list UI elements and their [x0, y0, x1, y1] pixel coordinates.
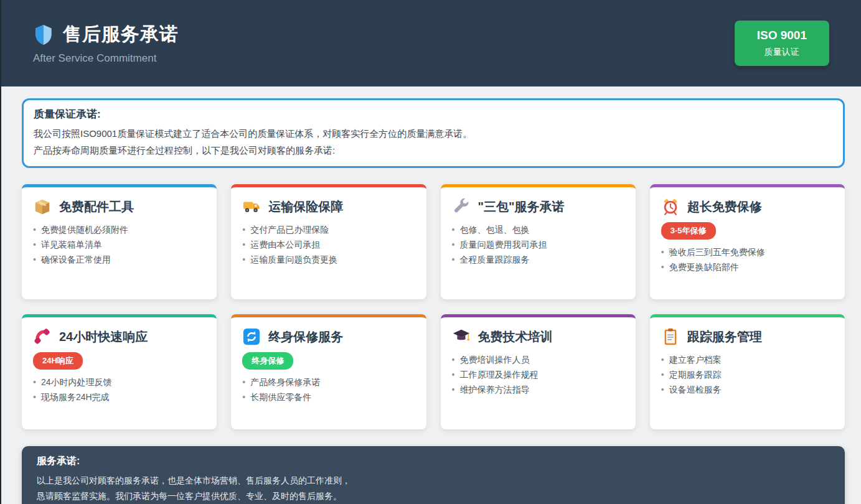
list-item: 工作原理及操作规程	[452, 367, 624, 382]
card-free-training: 免费技术培训 免费培训操作人员 工作原理及操作规程 维护保养方法指导	[441, 314, 636, 429]
card-title: 24小时快速响应	[59, 329, 148, 345]
footer-line1: 以上是我公司对顾客的服务承诺，也是全体市场营销、售后服务人员的工作准则，	[37, 473, 830, 488]
list-item: 验收后三到五年免费保修	[661, 245, 834, 259]
list-item: 维护保养方法指导	[452, 382, 624, 397]
list-item: 现场服务24H完成	[33, 390, 205, 404]
footer-title: 服务承诺:	[37, 455, 830, 468]
card-list: 免费提供随机必须附件 详见装箱单清单 确保设备正常使用	[33, 222, 205, 267]
page-header: 售后服务承诺 After Service Commitment ISO 9001…	[0, 0, 861, 86]
footer-line2: 恳请顾客监督实施。我们承诺为每一位客户提供优质、专业、及时的售后服务。	[37, 488, 830, 504]
list-item: 定期服务跟踪	[661, 367, 834, 382]
card-lifetime-warranty: 终身保修服务 终身保修 产品终身保修承诺 长期供应零备件	[231, 314, 426, 429]
warranty-badge: 3-5年保修	[661, 222, 716, 240]
card-24h-response: 24小时快速响应 24H响应 24小时内处理反馈 现场服务24H完成	[22, 314, 217, 429]
card-three-guarantees: "三包"服务承诺 包修、包退、包换 质量问题费用我司承担 全程质量跟踪服务	[441, 184, 636, 299]
list-item: 质量问题费用我司承担	[452, 237, 624, 252]
card-list: 包修、包退、包换 质量问题费用我司承担 全程质量跟踪服务	[452, 222, 624, 267]
phone-icon	[33, 327, 52, 346]
wrench-icon	[452, 197, 471, 216]
card-title: 终身保修服务	[268, 329, 343, 345]
refresh-icon	[242, 327, 261, 346]
iso-badge-line1: ISO 9001	[757, 29, 807, 42]
iso-9001-badge: ISO 9001 质量认证	[735, 21, 829, 66]
response-badge: 24H响应	[33, 352, 83, 370]
list-item: 免费提供随机必须附件	[33, 222, 205, 237]
quality-guarantee-line2: 产品按寿命周期质量环进行全过程控制，以下是我公司对顾客的服务承诺:	[34, 142, 833, 159]
card-title: 运输保险保障	[268, 198, 343, 215]
card-free-accessories: 免费配件工具 免费提供随机必须附件 详见装箱单清单 确保设备正常使用	[22, 184, 217, 299]
service-cards-grid: 免费配件工具 免费提供随机必须附件 详见装箱单清单 确保设备正常使用	[22, 184, 845, 429]
card-extended-warranty: 超长免费保修 3-5年保修 验收后三到五年免费保修 免费更换缺陷部件	[650, 184, 845, 299]
card-list: 建立客户档案 定期服务跟踪 设备巡检服务	[661, 352, 834, 397]
card-title: 免费配件工具	[59, 198, 134, 215]
quality-guarantee-title: 质量保证承诺:	[34, 107, 833, 121]
card-list: 产品终身保修承诺 长期供应零备件	[242, 375, 415, 404]
clipboard-icon	[661, 327, 680, 346]
list-item: 免费培训操作人员	[452, 352, 624, 367]
quality-guarantee-box: 质量保证承诺: 我公司按照ISO9001质量保证模式建立了适合本公司的质量保证体…	[22, 98, 845, 168]
card-list: 24小时内处理反馈 现场服务24H完成	[33, 375, 205, 404]
list-item: 运输质量问题负责更换	[242, 252, 415, 267]
package-icon	[33, 197, 52, 216]
list-item: 产品终身保修承诺	[242, 375, 415, 390]
list-item: 确保设备正常使用	[33, 252, 205, 267]
list-item: 运费由本公司承担	[242, 237, 415, 252]
card-tracking-service: 跟踪服务管理 建立客户档案 定期服务跟踪 设备巡检服务	[650, 314, 845, 429]
page-subtitle: After Service Commitment	[33, 52, 179, 65]
card-title: 跟踪服务管理	[687, 329, 762, 345]
main-content: 质量保证承诺: 我公司按照ISO9001质量保证模式建立了适合本公司的质量保证体…	[22, 98, 845, 504]
list-item: 设备巡检服务	[661, 382, 834, 397]
quality-guarantee-line1: 我公司按照ISO9001质量保证模式建立了适合本公司的质量保证体系，对顾客实行全…	[34, 125, 833, 142]
page-title: 售后服务承诺	[63, 22, 179, 47]
card-transport-insurance: 运输保险保障 交付产品已办理保险 运费由本公司承担 运输质量问题负责更换	[231, 184, 426, 299]
card-title: "三包"服务承诺	[478, 198, 565, 215]
lifetime-badge: 终身保修	[242, 352, 293, 370]
card-list: 免费培训操作人员 工作原理及操作规程 维护保养方法指导	[452, 352, 624, 397]
card-title: 超长免费保修	[687, 198, 762, 215]
alarm-clock-icon	[661, 197, 680, 216]
list-item: 免费更换缺陷部件	[661, 259, 834, 274]
truck-icon	[242, 197, 261, 216]
card-list: 交付产品已办理保险 运费由本公司承担 运输质量问题负责更换	[242, 222, 415, 267]
card-title: 免费技术培训	[478, 329, 553, 345]
list-item: 包修、包退、包换	[452, 222, 624, 237]
window-left-edge	[0, 0, 1, 504]
card-list: 验收后三到五年免费保修 免费更换缺陷部件	[661, 245, 834, 274]
list-item: 24小时内处理反馈	[33, 375, 205, 390]
list-item: 交付产品已办理保险	[242, 222, 415, 237]
service-commitment-footer: 服务承诺: 以上是我公司对顾客的服务承诺，也是全体市场营销、售后服务人员的工作准…	[22, 446, 845, 504]
list-item: 建立客户档案	[661, 352, 834, 367]
shield-icon	[33, 24, 54, 45]
list-item: 详见装箱单清单	[33, 237, 205, 252]
header-title-block: 售后服务承诺 After Service Commitment	[33, 22, 179, 65]
iso-badge-line2: 质量认证	[757, 47, 807, 58]
list-item: 全程质量跟踪服务	[452, 252, 624, 267]
list-item: 长期供应零备件	[242, 390, 415, 404]
graduation-cap-icon	[452, 327, 471, 346]
